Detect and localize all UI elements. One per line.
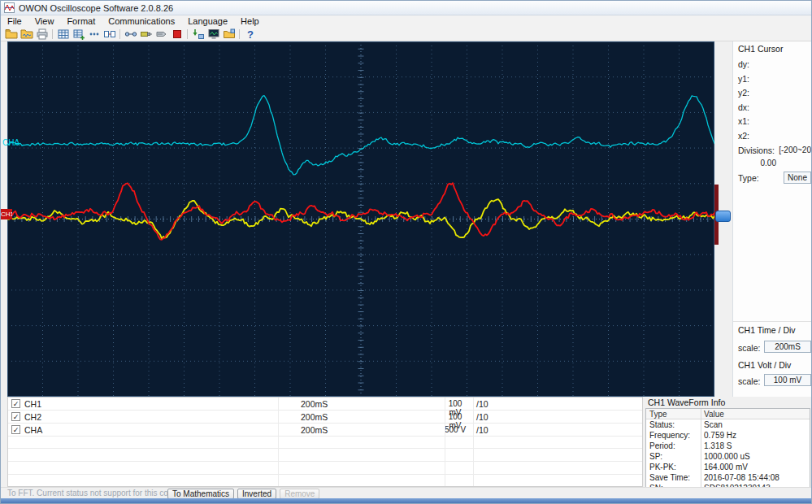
waveform-info-title: CH1 WaveForm Info bbox=[648, 398, 725, 407]
channel-checkbox[interactable]: ✓ bbox=[11, 412, 20, 421]
channel-name: CHA bbox=[24, 425, 42, 435]
info-label: Frequency: bbox=[649, 430, 690, 441]
info-value: 0.759 Hz bbox=[704, 430, 736, 441]
dots-icon[interactable] bbox=[86, 28, 102, 41]
toolbar-separator bbox=[239, 29, 240, 39]
time-scale-label: scale: bbox=[738, 343, 760, 353]
button-remove: Remove bbox=[280, 489, 319, 499]
channel-row-empty bbox=[8, 437, 642, 450]
window-bottom-border bbox=[1, 498, 811, 504]
channel-voltage: 500 V bbox=[441, 425, 469, 434]
channel-timebase: 200mS bbox=[301, 412, 328, 422]
menu-format[interactable]: Format bbox=[60, 15, 102, 28]
grid-config-icon[interactable] bbox=[71, 28, 86, 41]
menu-language[interactable]: Language bbox=[181, 15, 234, 28]
app-window: OWON Oscilloscope Software 2.0.8.26 File… bbox=[0, 0, 812, 504]
menu-file[interactable]: File bbox=[1, 15, 28, 28]
time-div-section-title: CH1 Time / Div bbox=[738, 325, 796, 335]
info-label: PK-PK: bbox=[649, 462, 676, 472]
section-divider bbox=[733, 321, 812, 322]
cursor-type-select[interactable]: None bbox=[784, 172, 811, 184]
waveform-info-panel: CH1 WaveForm Info TypeValueStatus:ScanFr… bbox=[643, 397, 812, 495]
cursor-field-x1: x1: bbox=[738, 116, 749, 126]
serial-device-icon[interactable] bbox=[154, 28, 169, 41]
channel-row-ch2[interactable]: ✓CH2200mS100 mV/10 bbox=[8, 411, 642, 424]
save-image-icon[interactable] bbox=[221, 28, 237, 41]
cursor-field-dy: dy: bbox=[738, 59, 749, 69]
menu-bar: FileViewFormatCommunicationsLanguageHelp bbox=[1, 15, 811, 28]
info-label: SP: bbox=[649, 451, 662, 462]
header-value: Value bbox=[704, 409, 724, 419]
channel-row-ch1[interactable]: ✓CH1200mS100 mV/10 bbox=[8, 398, 642, 411]
channel-name: CH2 bbox=[24, 412, 41, 422]
toolbar-separator bbox=[52, 29, 53, 39]
info-value: 1.318 S bbox=[704, 441, 732, 451]
column-divider bbox=[445, 398, 445, 486]
column-divider bbox=[278, 398, 279, 486]
cursor-type-label: Type: bbox=[738, 173, 759, 183]
title-bar[interactable]: OWON Oscilloscope Software 2.0.8.26 bbox=[1, 1, 811, 15]
trigger-drag-handle[interactable] bbox=[715, 211, 731, 222]
cursor-section-title: CH1 Cursor bbox=[738, 44, 783, 54]
channel-table: ✓CH1200mS100 mV/10✓CH2200mS100 mV/10✓CHA… bbox=[7, 397, 643, 487]
toolbar: ? bbox=[1, 28, 811, 41]
right-panel: CH1 Cursor dy:y1:y2:dx:x1:x2: Divisions:… bbox=[732, 41, 812, 397]
waveform-info-table: TypeValueStatus:ScanFrequency:0.759 HzPe… bbox=[645, 408, 810, 493]
channel-name: CH1 bbox=[24, 399, 41, 409]
volt-scale-select[interactable]: 100 mV bbox=[764, 374, 811, 386]
table-column-divider bbox=[701, 409, 701, 493]
info-value: 1000.000 uS bbox=[704, 451, 750, 462]
info-row-pk-pk: PK-PK:164.000 mV bbox=[646, 462, 810, 472]
channel-probe: /10 bbox=[476, 425, 489, 435]
info-row-save-time: Save Time:2016-07-08 15:44:08 bbox=[646, 472, 810, 483]
scope-grid bbox=[7, 41, 714, 397]
grid-display-icon[interactable] bbox=[55, 28, 71, 41]
channel-a-marker[interactable]: CHA bbox=[2, 138, 20, 147]
button-inverted[interactable]: Inverted bbox=[237, 489, 276, 499]
info-value: 2016-07-08 15:44:08 bbox=[704, 472, 779, 483]
channel-timebase: 200mS bbox=[301, 425, 328, 435]
menu-communications[interactable]: Communications bbox=[102, 15, 181, 28]
info-row-frequency: Frequency:0.759 Hz bbox=[646, 430, 810, 441]
channel-row-cha[interactable]: ✓CHA200mS500 V/10 bbox=[8, 424, 642, 437]
usb-device-icon[interactable] bbox=[138, 28, 154, 41]
column-divider bbox=[473, 398, 474, 486]
menu-view[interactable]: View bbox=[28, 15, 61, 28]
toolbar-separator bbox=[119, 29, 120, 39]
open-wave-icon[interactable] bbox=[19, 28, 34, 41]
channel-probe: /10 bbox=[476, 412, 489, 422]
channel-row-empty bbox=[8, 449, 642, 462]
channel-row-empty bbox=[8, 475, 642, 488]
channel-1-marker[interactable]: CH1 bbox=[1, 209, 12, 219]
info-row-status: Status:Scan bbox=[646, 419, 810, 430]
waveform-info-header: TypeValue bbox=[646, 409, 810, 419]
info-row-period: Period:1.318 S bbox=[646, 441, 810, 451]
cursor-field-y1: y1: bbox=[738, 74, 749, 84]
cursor-field-x2: x2: bbox=[738, 131, 749, 141]
time-scale-select[interactable]: 200mS bbox=[764, 341, 811, 353]
button-to-mathematics[interactable]: To Mathematics bbox=[167, 489, 234, 499]
connect-icon[interactable] bbox=[123, 28, 138, 41]
help-icon[interactable]: ? bbox=[242, 28, 258, 41]
record-icon[interactable] bbox=[169, 28, 185, 41]
split-view-icon[interactable] bbox=[102, 28, 117, 41]
screen-capture-icon[interactable] bbox=[206, 28, 221, 41]
info-label: Status: bbox=[649, 419, 675, 430]
channel-checkbox[interactable]: ✓ bbox=[11, 425, 20, 434]
print-icon[interactable] bbox=[34, 28, 50, 41]
info-row-sp: SP:1000.000 uS bbox=[646, 451, 810, 462]
info-label: Save Time: bbox=[649, 472, 690, 483]
scope-display[interactable] bbox=[7, 41, 714, 397]
svg-text:?: ? bbox=[247, 28, 254, 41]
divisions-range: [-200~20 bbox=[779, 146, 811, 154]
open-file-icon[interactable] bbox=[3, 28, 19, 41]
status-buttons: To MathematicsInvertedRemove bbox=[167, 488, 319, 499]
channel-checkbox[interactable]: ✓ bbox=[11, 399, 20, 408]
import-data-icon[interactable] bbox=[190, 28, 206, 41]
status-bar: To FFT. Current status not support for t… bbox=[1, 487, 811, 498]
info-value: 164.000 mV bbox=[704, 462, 748, 472]
menu-help[interactable]: Help bbox=[234, 15, 266, 28]
divisions-label: Divisions: bbox=[738, 146, 775, 155]
channel-timebase: 200mS bbox=[301, 399, 328, 409]
cursor-field-dx: dx: bbox=[738, 102, 749, 112]
